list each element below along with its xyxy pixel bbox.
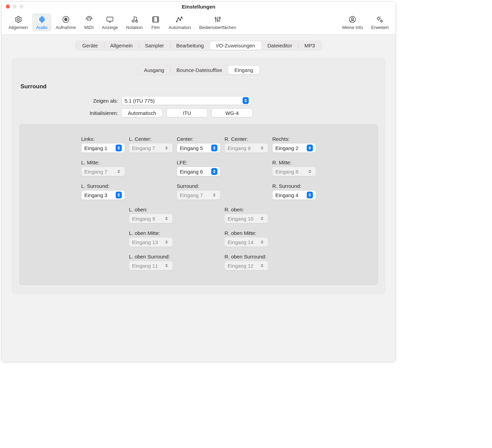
toolbar-item-anzeige[interactable]: Anzeige [98,13,122,31]
toolbar-label: MIDI [84,25,93,30]
tab-mp3[interactable]: MP3 [298,41,321,50]
toolbar-item-bedienoberflaechen[interactable]: Bedienoberflächen [195,13,240,31]
film-icon [151,15,160,24]
show-as-label: Zeigen als: [19,98,121,104]
label-lcenter: L. Center: [129,136,173,142]
toolbar-label: Film [151,25,160,30]
toolbar-item-erweitert[interactable]: Erweitert [367,13,393,31]
select-loben[interactable]: Eingang 9 [129,214,173,223]
tab-geraete[interactable]: Geräte [76,41,104,50]
initialize-label: Initialisieren: [19,110,121,116]
cell-lmitte: L. Mitte: Eingang 7 [79,158,127,181]
surround-grid-panel: Links: Eingang 1 L. Center: Eingang 7 Ce… [19,124,378,285]
select-center[interactable]: Eingang 5 [177,143,220,153]
label-lobensurr: L. oben Surround: [129,254,173,259]
cell-lcenter: L. Center: Eingang 7 [127,134,175,158]
cell-rechts: Rechts: Eingang 2 [270,134,318,158]
tab-allgemein[interactable]: Allgemein [104,41,139,50]
tab-sampler[interactable]: Sampler [139,41,170,50]
tab-ausgang[interactable]: Ausgang [138,66,170,74]
stepper-arrows-icon [259,145,265,151]
select-rsurround[interactable]: Eingang 4 [272,190,316,200]
tab-io-zuweisungen[interactable]: I/O-Zuweisungen [210,41,261,50]
cell-rmitte: R. Mitte: Eingang 8 [270,158,318,181]
toolbar-label: Erweitert [371,25,389,30]
label-lmitte: L. Mitte: [81,160,125,165]
tab-eingang[interactable]: Eingang [228,66,259,74]
select-surround[interactable]: Eingang 7 [177,190,220,200]
select-links[interactable]: Eingang 1 [81,143,125,153]
stepper-arrows-icon [116,145,122,151]
select-lcenter[interactable]: Eingang 7 [129,143,173,153]
stepper-arrows-icon [163,262,170,269]
toolbar-item-midi[interactable]: MIDI [80,13,98,31]
initialize-itu-button[interactable]: ITU [167,108,207,117]
stepper-arrows-icon [116,192,122,198]
toolbar-item-allgemein[interactable]: Allgemein [4,13,32,31]
midi-icon [84,15,94,24]
toolbar-item-audio[interactable]: Audio [32,13,52,31]
svg-point-16 [215,18,216,19]
stepper-arrows-icon [163,145,170,151]
toolbar-item-film[interactable]: Film [147,13,164,31]
select-rechts[interactable]: Eingang 2 [272,143,316,153]
toolbar-item-aufnahme[interactable]: Aufnahme [52,13,80,31]
svg-point-22 [381,20,382,22]
select-robenmitte[interactable]: Eingang 14 [225,237,268,247]
stepper-arrows-icon [163,239,170,245]
toolbar-label: Audio [36,25,47,30]
automation-icon [175,15,185,24]
svg-point-13 [178,18,179,19]
cell-roben: R. oben: Eingang 10 [222,205,270,228]
select-roben[interactable]: Eingang 10 [225,214,268,223]
toolbar-item-meine-info[interactable]: Meine Info [338,13,367,31]
svg-point-0 [17,18,19,20]
svg-point-6 [88,20,88,20]
toolbar-item-automation[interactable]: Automation [164,13,195,31]
tab-dateieditor[interactable]: Dateieditor [261,41,299,50]
stepper-arrows-icon [307,145,313,151]
toolbar: Allgemein Audio Aufnahme MIDI Anzeige No… [2,11,395,34]
svg-point-12 [176,21,177,22]
select-rcenter[interactable]: Eingang 8 [225,143,268,153]
tab-bearbeitung[interactable]: Bearbeitung [170,41,210,50]
select-lfe[interactable]: Eingang 6 [177,167,220,176]
stepper-arrows-icon [211,168,217,175]
content: Geräte Allgemein Sampler Bearbeitung I/O… [2,34,395,362]
preferences-window: Einstellungen Allgemein Audio Aufnahme M… [1,1,396,362]
select-rmitte[interactable]: Eingang 8 [272,167,316,176]
label-lsurround: L. Surround: [81,183,125,189]
surround-grid: Links: Eingang 1 L. Center: Eingang 7 Ce… [32,134,365,275]
toolbar-label: Anzeige [102,25,118,30]
stepper-arrows-icon [259,215,265,222]
label-links: Links: [81,136,125,142]
label-robensurr: R. oben Surround: [225,254,268,259]
select-lmitte[interactable]: Eingang 7 [81,167,125,176]
select-lobenmitte[interactable]: Eingang 13 [129,237,173,247]
sliders-icon [213,15,222,24]
cell-lfe: LFE: Eingang 6 [175,158,222,181]
waveform-icon [37,15,47,24]
show-as-value: 5.1 (ITU 775) [125,98,243,104]
notation-icon [130,15,139,24]
select-lobensurr[interactable]: Eingang 11 [129,261,173,270]
label-lobenmitte: L. oben Mitte: [129,230,173,236]
toolbar-item-notation[interactable]: Notation [122,13,147,31]
subtabs-secondary: Ausgang Bounce-Dateisuffixe Eingang [137,65,260,75]
window-title: Einstellungen [2,4,395,10]
svg-point-21 [378,17,380,19]
record-icon [61,15,71,24]
cell-loben: L. oben: Eingang 9 [127,205,175,228]
display-icon [105,15,115,24]
initialize-wg4-button[interactable]: WG-4 [212,108,252,117]
select-robensurr[interactable]: Eingang 12 [225,261,268,270]
cell-robensurr: R. oben Surround: Eingang 12 [222,252,270,275]
stepper-arrows-icon [211,192,217,198]
tab-bounce-dateisuffixe[interactable]: Bounce-Dateisuffixe [170,66,228,74]
label-surround: Surround: [177,183,220,189]
stepper-arrows-icon [307,168,313,175]
show-as-select[interactable]: 5.1 (ITU 775) [121,96,252,105]
label-lfe: LFE: [177,160,220,165]
select-lsurround[interactable]: Eingang 3 [81,190,125,200]
initialize-automatisch-button[interactable]: Automatisch [121,108,162,117]
